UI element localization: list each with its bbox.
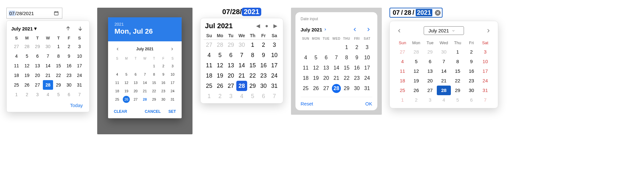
day-cell[interactable]: 13	[131, 79, 140, 87]
day-cell[interactable]: 6	[64, 90, 74, 99]
day-cell[interactable]: 28	[409, 47, 423, 57]
day-cell[interactable]: 26	[311, 83, 321, 94]
day-cell[interactable]: 25	[396, 86, 409, 95]
day-cell[interactable]: 19	[22, 71, 32, 80]
day-cell[interactable]: 5	[409, 57, 423, 66]
day-cell[interactable]: 4	[301, 53, 311, 63]
date-input[interactable]: 07/28/2021	[222, 8, 261, 16]
next-month-button[interactable]	[169, 46, 175, 52]
day-cell[interactable]: 7	[437, 57, 451, 66]
date-input-day[interactable]: 28	[232, 8, 240, 16]
prev-month-button[interactable]	[64, 24, 73, 33]
day-cell[interactable]: 11	[396, 66, 409, 76]
day-cell[interactable]: 18	[396, 76, 409, 86]
day-cell[interactable]: 4	[11, 51, 22, 61]
day-cell[interactable]: 15	[149, 79, 159, 87]
day-cell[interactable]: 5	[122, 70, 131, 79]
day-cell[interactable]: 27	[225, 81, 236, 91]
prev-month-button[interactable]	[396, 27, 403, 35]
date-input-year[interactable]: 2021	[416, 9, 433, 16]
day-cell[interactable]: 2	[22, 90, 32, 99]
day-cell[interactable]: 11	[11, 61, 22, 71]
day-cell[interactable]: 7	[236, 50, 247, 60]
day-cell[interactable]: 21	[236, 71, 247, 81]
day-cell[interactable]: 21	[331, 73, 342, 83]
day-cell[interactable]: 3	[423, 95, 437, 105]
day-cell[interactable]: 1	[11, 90, 22, 99]
day-cell[interactable]: 10	[362, 53, 372, 63]
date-input[interactable]: 07/28/2021	[6, 8, 62, 19]
day-cell[interactable]: 18	[11, 71, 22, 80]
day-cell[interactable]: 28	[331, 83, 342, 94]
day-cell[interactable]: 16	[258, 60, 269, 71]
day-cell[interactable]: 6	[32, 51, 43, 61]
day-cell[interactable]: 16	[159, 79, 168, 87]
day-cell[interactable]: 5	[22, 51, 32, 61]
day-cell[interactable]: 17	[478, 66, 492, 76]
day-cell[interactable]: 2	[215, 91, 225, 101]
next-month-button[interactable]	[365, 26, 372, 33]
day-cell[interactable]: 1	[396, 95, 409, 105]
day-cell[interactable]: 9	[352, 53, 362, 63]
day-cell[interactable]: 6	[258, 91, 269, 101]
day-cell[interactable]: 27	[204, 40, 215, 50]
day-cell[interactable]: 4	[236, 91, 247, 101]
day-cell[interactable]: 29	[149, 95, 159, 104]
day-cell[interactable]: 30	[64, 80, 74, 90]
day-cell[interactable]: 15	[53, 61, 64, 71]
day-cell[interactable]: 29	[423, 47, 437, 57]
day-cell[interactable]: 7	[478, 95, 492, 105]
day-cell[interactable]: 10	[269, 50, 280, 60]
day-cell[interactable]: 3	[478, 47, 492, 57]
day-cell[interactable]: 21	[43, 71, 53, 80]
day-cell[interactable]: 9	[64, 51, 74, 61]
day-cell[interactable]: 5	[451, 95, 465, 105]
day-cell[interactable]: 30	[437, 47, 451, 57]
day-cell[interactable]: 2	[352, 42, 362, 53]
day-cell[interactable]: 7	[74, 90, 85, 99]
calendar-icon[interactable]	[52, 9, 60, 17]
day-cell[interactable]: 26	[122, 95, 131, 104]
day-cell[interactable]: 12	[122, 79, 131, 87]
day-cell[interactable]: 14	[437, 66, 451, 76]
day-cell[interactable]: 24	[168, 87, 177, 95]
day-cell[interactable]: 15	[247, 60, 258, 71]
date-input[interactable]: 07 / 28 / 2021 ✕	[389, 8, 443, 18]
day-cell[interactable]: 28	[236, 81, 247, 91]
day-cell[interactable]: 27	[131, 95, 140, 104]
day-cell[interactable]: 27	[321, 83, 331, 94]
day-cell[interactable]: 31	[362, 83, 372, 94]
day-cell[interactable]: 22	[247, 71, 258, 81]
day-cell[interactable]: 4	[437, 95, 451, 105]
day-cell[interactable]: 12	[215, 60, 225, 71]
day-cell[interactable]: 18	[301, 73, 311, 83]
date-input-month[interactable]: 07	[222, 8, 230, 16]
day-cell[interactable]: 17	[168, 79, 177, 87]
day-cell[interactable]: 10	[478, 57, 492, 66]
day-cell[interactable]: 8	[451, 57, 465, 66]
day-cell[interactable]: 2	[64, 42, 74, 51]
day-cell[interactable]: 13	[321, 63, 331, 73]
day-cell[interactable]: 9	[465, 57, 478, 66]
day-cell[interactable]: 10	[74, 51, 85, 61]
day-cell[interactable]: 19	[311, 73, 321, 83]
day-cell[interactable]: 19	[215, 71, 225, 81]
day-cell[interactable]: 21	[437, 76, 451, 86]
day-cell[interactable]: 28	[140, 95, 150, 104]
day-cell[interactable]: 16	[352, 63, 362, 73]
date-input-day[interactable]: 28	[404, 9, 411, 16]
day-cell[interactable]: 3	[32, 90, 43, 99]
day-cell[interactable]: 23	[258, 71, 269, 81]
day-cell[interactable]: 17	[362, 63, 372, 73]
day-cell[interactable]: 9	[258, 50, 269, 60]
day-cell[interactable]: 1	[204, 91, 215, 101]
month-year-selector[interactable]: July 2021 ▾	[11, 26, 37, 31]
day-cell[interactable]: 2	[409, 95, 423, 105]
day-cell[interactable]: 11	[113, 79, 122, 87]
day-cell[interactable]: 18	[113, 87, 122, 95]
next-month-button[interactable]	[484, 27, 492, 35]
day-cell[interactable]: 24	[269, 71, 280, 81]
header-date[interactable]: Mon, Jul 26	[114, 27, 175, 36]
day-cell[interactable]: 2	[258, 40, 269, 50]
day-cell[interactable]: 19	[122, 87, 131, 95]
